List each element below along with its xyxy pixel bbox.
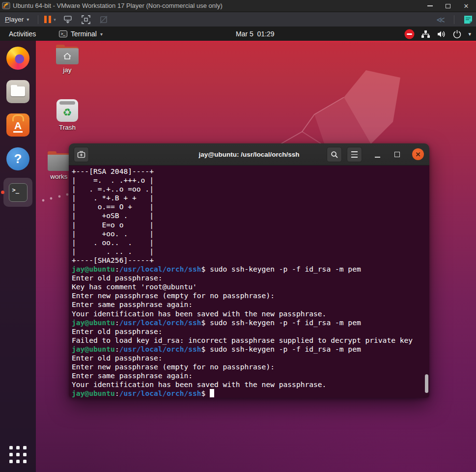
terminal-line: | o.== O + | [72,202,413,211]
trash-can-icon: ♻ [56,99,78,122]
vmware-toolbar: Player ▾ ▾ ≪ [0,12,476,27]
vmware-player-window: Ubuntu 64-bit - VMware Workstation 17 Pl… [0,0,476,472]
desktop-icon-label: Trash [59,124,76,131]
app-menu-label: Terminal [71,30,97,38]
terminal-titlebar[interactable]: jay@ubuntu: /usr/local/orch/ssh ✕ [69,143,429,166]
toolbar-right-group: ≪ [436,12,473,27]
minimize-icon [427,5,433,6]
send-ctrl-alt-del-button[interactable] [61,14,76,26]
app-menu-terminal[interactable]: >_ Terminal ▾ [59,27,103,41]
hamburger-icon [351,151,358,157]
desktop-icon-trash[interactable]: ♻ Trash [48,99,86,131]
terminal-output[interactable]: +---[RSA 2048]----+| =. . .+++.o || . =.… [72,167,413,398]
ctrl-alt-del-icon [63,15,74,25]
terminal-line: Failed to load key id_rsa: incorrect pas… [72,336,413,345]
pause-icon [44,16,51,23]
toolbar-separator [38,15,38,24]
firefox-icon [6,47,29,70]
fullscreen-button[interactable] [79,14,93,26]
running-indicator-dot [1,191,4,194]
chevron-down-icon: ▾ [54,17,56,22]
search-button[interactable] [327,147,342,162]
unity-mode-button-disabled [96,14,111,26]
player-menu-label: Player [5,16,24,23]
collapse-toolbar-icon[interactable]: ≪ [436,16,445,24]
dock: A ? >_ [0,41,36,472]
dock-item-files[interactable] [6,80,29,103]
terminal-app-icon: >_ [59,30,67,37]
terminal-line: jay@ubuntu:/usr/local/orch/ssh$ sudo ssh… [72,345,413,354]
dock-item-ubuntu-software[interactable]: A [6,113,29,137]
folder-icon [48,153,70,171]
clock[interactable]: Mar 5 01:29 [236,27,275,41]
terminal-line: Your identification has been saved with … [72,380,413,389]
toolbar-separator [454,15,454,24]
terminal-line: jay@ubuntu:/usr/local/orch/ssh$ sudo ssh… [72,265,413,274]
desktop-icon-label: jay [63,66,71,74]
wired-network-icon [421,30,430,38]
terminal-line: Enter same passphrase again: [72,371,413,380]
maximize-icon [446,4,450,8]
recording-indicator-icon [404,29,415,39]
vmware-window-controls: ✕ [423,0,473,12]
system-tray[interactable]: ▾ [404,27,472,41]
terminal-line: Enter old passphrase: [72,327,413,336]
terminal-line: +----[SHA256]-----+ [72,256,413,265]
help-icon: ? [6,147,29,170]
files-icon [6,80,29,103]
dock-item-terminal-active[interactable]: >_ [3,178,32,207]
ubuntu-topbar: Activities >_ Terminal ▾ Mar 5 01:29 [0,27,476,41]
player-menu-button[interactable]: Player ▾ [0,12,34,27]
dock-item-help[interactable]: ? [6,147,29,170]
ubuntu-software-icon: A [6,113,29,137]
terminal-line: Key has comment 'root@ubuntu' [72,282,413,291]
terminal-line: +---[RSA 2048]----+ [72,167,413,176]
dock-item-firefox[interactable] [6,47,29,70]
vmware-minimize-button[interactable] [423,0,437,11]
terminal-line: | . oo.. . | [72,238,413,247]
terminal-line: | . =.+..o =oo .| [72,185,413,194]
home-folder-icon [56,47,79,64]
vmware-close-button[interactable]: ✕ [459,0,473,11]
terminal-icon: >_ [9,183,28,202]
unity-mode-icon [99,15,109,25]
chevron-down-icon: ▾ [100,31,103,37]
terminal-window: jay@ubuntu: /usr/local/orch/ssh ✕ +---[R… [69,143,429,398]
terminal-close-button[interactable]: ✕ [412,148,424,160]
terminal-body[interactable]: +---[RSA 2048]----+| =. . .+++.o || . =.… [69,166,429,398]
terminal-minimize-button[interactable] [370,147,384,162]
terminal-line: | . .. . | [72,247,413,256]
terminal-line: | +oSB . | [72,211,413,220]
minimize-icon [375,157,380,158]
terminal-line: Enter same passphrase again: [72,300,413,309]
terminal-line: | . *+.B + + | [72,194,413,202]
desktop[interactable]: jay ♻ Trash works A [0,41,476,472]
fullscreen-icon [81,15,91,25]
hamburger-menu-button[interactable] [347,147,362,162]
terminal-line: | +oo. . | [72,229,413,238]
show-applications-button[interactable] [7,444,29,466]
terminal-line: | =. . .+++.o | [72,176,413,185]
vmware-maximize-button[interactable] [441,0,455,11]
vmware-titlebar: Ubuntu 64-bit - VMware Workstation 17 Pl… [0,0,476,12]
terminal-line: jay@ubuntu:/usr/local/orch/ssh$ [72,389,413,398]
recycle-icon: ♻ [63,107,72,118]
terminal-line: Enter old passphrase: [72,354,413,362]
activities-button[interactable]: Activities [7,27,38,41]
terminal-maximize-button[interactable] [390,147,404,162]
terminal-line: Your identification has been saved with … [72,309,413,318]
chevron-down-icon: ▾ [27,17,29,22]
scrollbar-thumb[interactable] [425,374,428,393]
vmware-window-title: Ubuntu 64-bit - VMware Workstation 17 Pl… [13,2,223,9]
vmware-logo-icon [2,1,10,10]
desktop-icon-home[interactable]: jay [48,47,86,74]
note-icon [463,15,473,24]
home-icon [62,52,72,60]
terminal-line: | E=o o | [72,221,413,229]
message-log-button[interactable] [463,15,473,24]
suspend-vm-button[interactable]: ▾ [42,12,58,27]
new-tab-icon [77,151,85,158]
terminal-line: Enter new passphrase (empty for no passp… [72,362,413,371]
chevron-down-icon: ▾ [468,31,471,37]
new-tab-button[interactable] [74,147,89,162]
